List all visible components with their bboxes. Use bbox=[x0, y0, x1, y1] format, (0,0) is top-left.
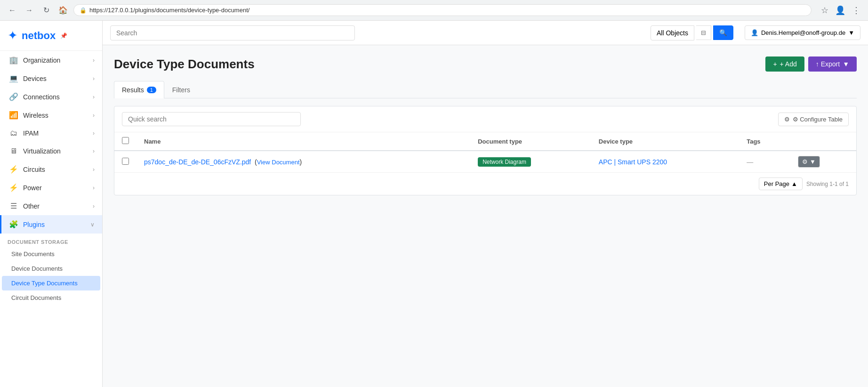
search-submit-button[interactable]: 🔍 bbox=[713, 25, 733, 40]
row-checkbox-cell bbox=[114, 151, 137, 173]
main-area: All Objects ⊟ 🔍 👤 Denis.Hempel@onoff-gro… bbox=[103, 21, 868, 387]
devices-icon: 💻 bbox=[9, 74, 18, 83]
browser-actions: ☆ 👤 ⋮ bbox=[819, 3, 862, 17]
actions-col-header bbox=[790, 132, 856, 151]
tab-row: Results 1 Filters bbox=[114, 81, 857, 98]
global-search-input[interactable] bbox=[110, 25, 355, 40]
tags-col-header: Tags bbox=[739, 132, 790, 151]
connections-label: Connections bbox=[23, 93, 60, 101]
sidebar-item-devices[interactable]: 💻 Devices › bbox=[0, 69, 102, 88]
tab-results[interactable]: Results 1 bbox=[114, 81, 164, 98]
page-header: Device Type Documents + + Add ↑ Export ▼ bbox=[114, 56, 857, 72]
other-icon: ☰ bbox=[9, 202, 18, 210]
add-button[interactable]: + + Add bbox=[765, 56, 804, 72]
add-label: + Add bbox=[780, 60, 797, 68]
row-checkbox[interactable] bbox=[122, 158, 129, 165]
sidebar-item-device-documents[interactable]: Device Documents bbox=[0, 261, 102, 276]
configure-icon: ⚙ bbox=[784, 116, 790, 123]
power-icon: ⚡ bbox=[9, 183, 18, 192]
sidebar-logo: ✦ netbox 📌 bbox=[0, 21, 102, 51]
plugins-label: Plugins bbox=[23, 221, 45, 228]
profile-button[interactable]: 👤 bbox=[833, 3, 847, 17]
sidebar-item-circuits[interactable]: ⚡ Circuits › bbox=[0, 160, 102, 178]
sidebar-item-virtualization[interactable]: 🖥 Virtualization › bbox=[0, 142, 102, 160]
app-layout: ✦ netbox 📌 🏢 Organization › 💻 Devices › … bbox=[0, 21, 868, 387]
address-bar: 🔒 https://127.0.0.1/plugins/documents/de… bbox=[73, 4, 812, 16]
logo-pin-icon: 📌 bbox=[60, 32, 67, 39]
configure-table-button[interactable]: ⚙ ⚙ Configure Table bbox=[778, 113, 849, 126]
device-type-link[interactable]: APC | Smart UPS 2200 bbox=[599, 158, 667, 166]
user-icon: 👤 bbox=[751, 29, 758, 36]
filters-tab-label: Filters bbox=[172, 86, 190, 94]
tags-dash: — bbox=[747, 158, 753, 166]
virtualization-label: Virtualization bbox=[23, 147, 61, 155]
content-card: ⚙ ⚙ Configure Table Name bbox=[114, 106, 857, 195]
per-page-button[interactable]: Per Page ▲ bbox=[759, 177, 803, 190]
header-actions: + + Add ↑ Export ▼ bbox=[765, 56, 857, 72]
devices-label: Devices bbox=[23, 75, 47, 82]
bookmark-button[interactable]: ☆ bbox=[819, 3, 830, 17]
home-button[interactable]: 🏠 bbox=[56, 4, 70, 17]
add-icon: + bbox=[773, 60, 777, 68]
all-objects-button[interactable]: All Objects bbox=[651, 25, 694, 40]
tab-filters[interactable]: Filters bbox=[164, 81, 198, 98]
sidebar-item-power[interactable]: ⚡ Power › bbox=[0, 178, 102, 197]
sidebar-item-device-type-documents[interactable]: Device Type Documents bbox=[2, 276, 100, 290]
refresh-button[interactable]: ↻ bbox=[40, 4, 53, 17]
row-tags-cell: — bbox=[739, 151, 790, 173]
name-col-header: Name bbox=[137, 132, 470, 151]
table-head: Name Document type Device type Tags bbox=[114, 132, 856, 151]
row-document-type-cell: Network Diagram bbox=[470, 151, 591, 173]
table-footer: Per Page ▲ Showing 1-1 of 1 bbox=[114, 173, 856, 195]
sidebar-item-other[interactable]: ☰ Other › bbox=[0, 197, 102, 215]
sidebar-item-wireless[interactable]: 📶 Wireless › bbox=[0, 106, 102, 124]
ipam-label: IPAM bbox=[23, 129, 39, 137]
ipam-arrow: › bbox=[93, 130, 95, 137]
document-type-badge: Network Diagram bbox=[478, 157, 531, 167]
export-button[interactable]: ↑ Export ▼ bbox=[808, 56, 857, 72]
actions-icon: ⚙ bbox=[802, 158, 808, 165]
search-icon: 🔍 bbox=[719, 29, 727, 36]
sidebar-item-plugins[interactable]: 🧩 Plugins ∨ bbox=[0, 215, 102, 234]
lock-icon: 🔒 bbox=[80, 7, 87, 14]
filter-button[interactable]: ⊟ bbox=[696, 25, 711, 40]
sidebar-item-site-documents[interactable]: Site Documents bbox=[0, 247, 102, 261]
logo-text: netbox bbox=[22, 30, 56, 42]
quick-search-input[interactable] bbox=[122, 112, 301, 126]
organization-label: Organization bbox=[23, 56, 60, 64]
user-menu-button[interactable]: 👤 Denis.Hempel@onoff-group.de ▼ bbox=[745, 25, 860, 40]
other-arrow: › bbox=[93, 203, 95, 210]
document-type-col-label: Document type bbox=[478, 138, 522, 145]
sidebar-item-circuit-documents[interactable]: Circuit Documents bbox=[0, 290, 102, 305]
table-row: ps7doc_de-DE_de-DE_06cFzVZ.pdf (View Doc… bbox=[114, 151, 856, 173]
document-type-col-header: Document type bbox=[470, 132, 591, 151]
select-all-checkbox[interactable] bbox=[122, 137, 129, 144]
sidebar-item-ipam[interactable]: 🗂 IPAM › bbox=[0, 124, 102, 142]
search-controls: All Objects ⊟ 🔍 bbox=[651, 25, 733, 40]
circuits-icon: ⚡ bbox=[9, 165, 18, 174]
row-actions-button[interactable]: ⚙ ▼ bbox=[798, 156, 820, 168]
circuits-label: Circuits bbox=[23, 166, 45, 173]
connections-icon: 🔗 bbox=[9, 92, 18, 101]
plugins-arrow: ∨ bbox=[90, 221, 95, 228]
device-type-col-header: Device type bbox=[591, 132, 739, 151]
export-arrow-icon: ▼ bbox=[843, 60, 849, 68]
showing-text: Showing 1-1 of 1 bbox=[806, 181, 849, 187]
sidebar-item-connections[interactable]: 🔗 Connections › bbox=[0, 88, 102, 106]
row-name-cell: ps7doc_de-DE_de-DE_06cFzVZ.pdf (View Doc… bbox=[137, 151, 470, 173]
wireless-label: Wireless bbox=[23, 112, 48, 119]
forward-button[interactable]: → bbox=[23, 4, 36, 17]
row-actions-cell: ⚙ ▼ bbox=[790, 151, 856, 173]
per-page-label: Per Page bbox=[764, 180, 789, 187]
row-device-type-cell: APC | Smart UPS 2200 bbox=[591, 151, 739, 173]
back-button[interactable]: ← bbox=[6, 4, 19, 17]
view-document-link[interactable]: View Document bbox=[257, 159, 300, 166]
plugins-icon: 🧩 bbox=[9, 220, 18, 229]
power-arrow: › bbox=[93, 185, 95, 191]
menu-button[interactable]: ⋮ bbox=[850, 3, 862, 17]
document-name-link[interactable]: ps7doc_de-DE_de-DE_06cFzVZ.pdf bbox=[144, 158, 251, 166]
export-label: ↑ Export bbox=[816, 60, 840, 68]
device-type-col-label: Device type bbox=[599, 138, 633, 145]
sidebar-item-organization[interactable]: 🏢 Organization › bbox=[0, 51, 102, 69]
virtualization-icon: 🖥 bbox=[9, 147, 18, 155]
